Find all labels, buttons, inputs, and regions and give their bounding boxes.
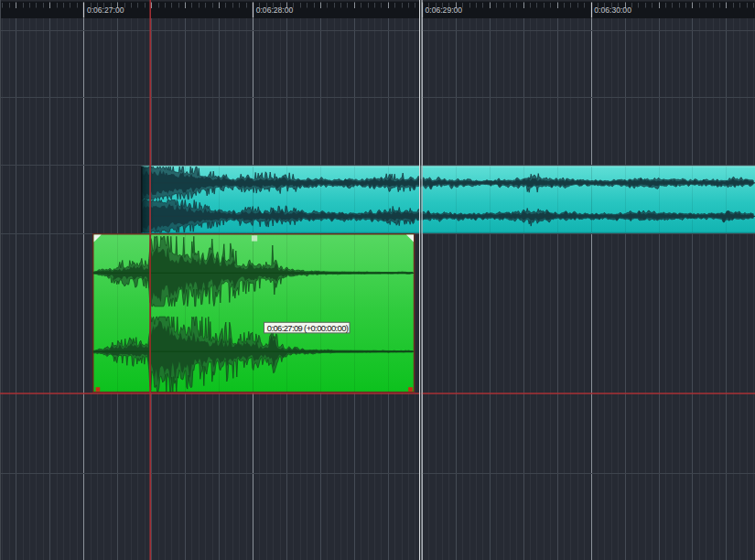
svg-text:0:06:27:00: 0:06:27:00	[87, 5, 124, 15]
svg-text:0:06:28:00: 0:06:28:00	[256, 5, 294, 15]
svg-text:0:06:29:00: 0:06:29:00	[426, 5, 463, 15]
svg-text:0:06:27:09 (+0:00:00:00): 0:06:27:09 (+0:00:00:00)	[267, 323, 349, 333]
svg-text:0:06:30:00: 0:06:30:00	[594, 5, 631, 15]
